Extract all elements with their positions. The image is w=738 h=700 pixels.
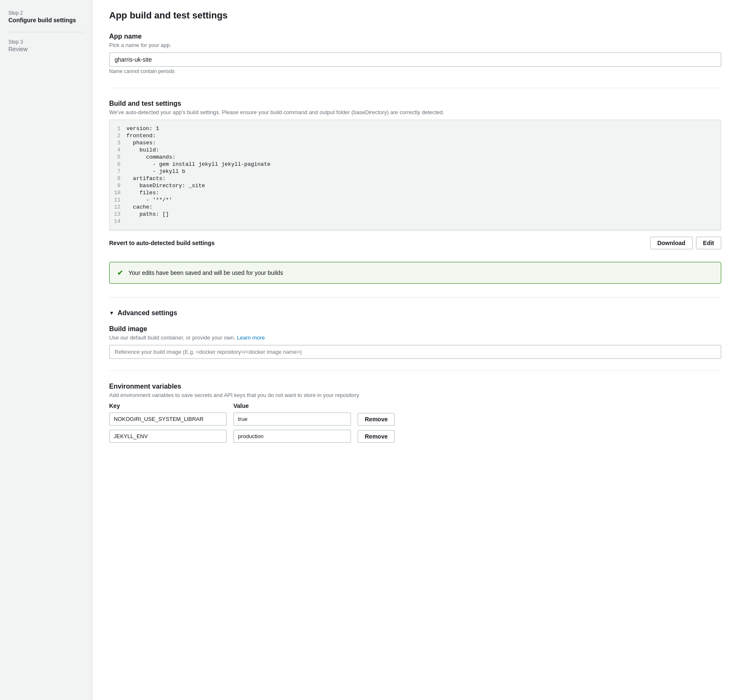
section-divider-1 [109, 88, 721, 88]
line-number: 9 [110, 183, 126, 189]
env-vars-label: Environment variables [109, 383, 721, 390]
line-number: 7 [110, 168, 126, 175]
line-content: version: 1 [126, 125, 159, 132]
app-name-section: App name Pick a name for your app. Name … [109, 33, 721, 74]
build-settings-description: We've auto-detected your app's build set… [109, 109, 721, 115]
line-number: 14 [110, 218, 126, 225]
code-line: 6 - gem install jekyll jekyll-paginate [110, 161, 721, 168]
revert-label: Revert to auto-detected build settings [109, 240, 215, 246]
page-title: App build and test settings [109, 10, 721, 21]
success-text: Your edits have been saved and will be u… [128, 269, 283, 276]
code-line: 8 artifacts: [110, 175, 721, 182]
build-image-subsection: Build image Use our default build contai… [109, 325, 721, 359]
line-number: 4 [110, 147, 126, 153]
learn-more-link[interactable]: Learn more [237, 334, 264, 341]
line-content: - jekyll b [126, 168, 185, 175]
step-2-number: Step 2 [8, 10, 84, 16]
edit-button[interactable]: Edit [696, 237, 721, 249]
env-value-input-0[interactable] [233, 413, 351, 426]
line-content: cache: [126, 204, 152, 210]
env-value-header: Value [233, 402, 351, 409]
line-number: 11 [110, 197, 126, 203]
advanced-settings-label: Advanced settings [118, 309, 177, 317]
build-image-label: Build image [109, 325, 721, 333]
app-name-input[interactable] [109, 52, 721, 67]
code-line: 7 - jekyll b [110, 168, 721, 175]
env-key-header: Key [109, 402, 227, 409]
code-line: 2frontend: [110, 132, 721, 139]
advanced-settings-section: ▼ Advanced settings Build image Use our … [109, 309, 721, 443]
env-rows-container: RemoveRemove [109, 413, 721, 443]
line-content: frontend: [126, 133, 156, 139]
app-name-label: App name [109, 33, 721, 40]
step-2-label: Configure build settings [8, 17, 84, 24]
code-line: 3 phases: [110, 139, 721, 146]
build-image-input[interactable] [109, 345, 721, 359]
code-line: 13 paths: [] [110, 211, 721, 218]
line-number: 8 [110, 175, 126, 182]
code-line: 1version: 1 [110, 125, 721, 132]
advanced-settings-header[interactable]: ▼ Advanced settings [109, 309, 721, 317]
main-content: App build and test settings App name Pic… [92, 0, 738, 700]
line-content: baseDirectory: _site [126, 183, 205, 189]
line-number: 12 [110, 204, 126, 210]
sidebar-step-2: Step 2 Configure build settings [8, 10, 84, 24]
line-content: phases: [126, 140, 156, 146]
app-name-description: Pick a name for your app. [109, 42, 721, 48]
line-number: 3 [110, 140, 126, 146]
line-number: 5 [110, 154, 126, 160]
app-name-hint: Name cannot contain periods [109, 68, 721, 74]
env-vars-description: Add environment variables to save secret… [109, 392, 721, 398]
env-key-input-0[interactable] [109, 413, 227, 426]
success-banner: ✔ Your edits have been saved and will be… [109, 262, 721, 284]
env-remove-button-1[interactable]: Remove [358, 430, 395, 443]
code-line: 12 cache: [110, 204, 721, 211]
line-content: - gem install jekyll jekyll-paginate [126, 161, 270, 167]
step-3-number: Step 3 [8, 39, 84, 45]
build-settings-label: Build and test settings [109, 100, 721, 107]
env-row: Remove [109, 430, 721, 443]
code-line: 9 baseDirectory: _site [110, 182, 721, 189]
build-settings-editor: 1version: 12frontend:3 phases:4 build:5 … [109, 120, 721, 230]
line-content: artifacts: [126, 175, 166, 182]
build-settings-footer: Revert to auto-detected build settings D… [109, 230, 721, 255]
line-content: files: [126, 190, 159, 196]
line-number: 1 [110, 125, 126, 132]
footer-buttons: Download Edit [650, 237, 721, 249]
env-key-input-1[interactable] [109, 430, 227, 443]
section-divider-2 [109, 297, 721, 298]
env-vars-section: Environment variables Add environment va… [109, 383, 721, 443]
line-number: 2 [110, 133, 126, 139]
code-line: 10 files: [110, 189, 721, 196]
sidebar-divider [8, 32, 84, 32]
code-line: 5 commands: [110, 154, 721, 161]
env-remove-button-0[interactable]: Remove [358, 413, 395, 426]
sidebar-step-3: Step 3 Review [8, 39, 84, 52]
env-value-input-1[interactable] [233, 430, 351, 443]
code-line: 11 - '**/*' [110, 196, 721, 204]
success-icon: ✔ [117, 268, 123, 277]
line-content: - '**/*' [126, 197, 172, 203]
line-content: paths: [] [126, 211, 169, 217]
code-line: 4 build: [110, 146, 721, 154]
section-divider-3 [109, 371, 721, 371]
line-number: 6 [110, 161, 126, 167]
env-row: Remove [109, 413, 721, 426]
advanced-settings-chevron: ▼ [109, 310, 114, 316]
line-content: commands: [126, 154, 175, 160]
download-button[interactable]: Download [650, 237, 693, 249]
code-line: 14 [110, 218, 721, 225]
build-image-description: Use our default build container, or prov… [109, 334, 721, 341]
env-table-header: Key Value [109, 402, 721, 409]
step-3-label: Review [8, 46, 84, 52]
line-number: 13 [110, 211, 126, 217]
sidebar: Step 2 Configure build settings Step 3 R… [0, 0, 92, 700]
line-number: 10 [110, 190, 126, 196]
build-settings-section: Build and test settings We've auto-detec… [109, 100, 721, 284]
line-content: build: [126, 147, 159, 153]
